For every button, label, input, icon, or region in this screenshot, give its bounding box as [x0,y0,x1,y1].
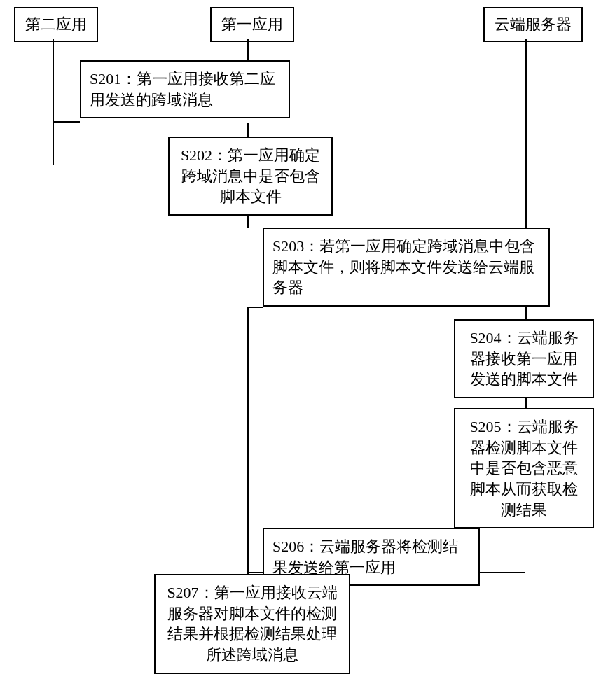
message-s202-text: S202：第一应用确定跨域消息中是否包含脚本文件 [181,146,320,205]
lifeline-second-app [53,39,54,165]
line-s206-left [247,572,263,573]
actor-second-app: 第二应用 [14,7,98,42]
message-s204: S204：云端服务器接收第一应用发送的脚本文件 [454,319,594,398]
message-s205: S205：云端服务器检测脚本文件中是否包含恶意脚本从而获取检测结果 [454,408,594,528]
message-s203: S203：若第一应用确定跨域消息中包含脚本文件，则将脚本文件发送给云端服务器 [263,227,550,307]
line-s206-right [480,572,525,573]
message-s202: S202：第一应用确定跨域消息中是否包含脚本文件 [168,136,333,216]
message-s203-text: S203：若第一应用确定跨域消息中包含脚本文件，则将脚本文件发送给云端服务器 [272,237,535,296]
line-s203-left [247,307,263,308]
lifeline-first-app-4 [247,308,249,574]
lifeline-cloud-2 [525,398,527,408]
message-s204-text: S204：云端服务器接收第一应用发送的脚本文件 [469,329,578,388]
line-s201-left [53,121,80,122]
message-s206-text: S206：云端服务器将检测结果发送给第一应用 [272,538,458,576]
message-s201: S201：第一应用接收第二应用发送的跨域消息 [80,60,290,118]
lifeline-first-app-2 [247,122,249,136]
actor-second-app-label: 第二应用 [25,15,87,33]
sequence-diagram: 第二应用 第一应用 云端服务器 S201：第一应用接收第二应用发送的跨域消息 S… [0,0,594,700]
actor-cloud-server: 云端服务器 [483,7,583,42]
message-s205-text: S205：云端服务器检测脚本文件中是否包含恶意脚本从而获取检测结果 [469,418,578,519]
message-s207: S207：第一应用接收云端服务器对脚本文件的检测结果并根据检测结果处理所述跨域消… [154,574,350,674]
message-s207-text: S207：第一应用接收云端服务器对脚本文件的检测结果并根据检测结果处理所述跨域消… [167,584,337,664]
actor-first-app: 第一应用 [210,7,294,42]
actor-first-app-label: 第一应用 [221,15,283,33]
actor-cloud-server-label: 云端服务器 [495,15,572,33]
message-s201-text: S201：第一应用接收第二应用发送的跨域消息 [90,70,275,108]
lifeline-first-app-top [247,39,249,60]
